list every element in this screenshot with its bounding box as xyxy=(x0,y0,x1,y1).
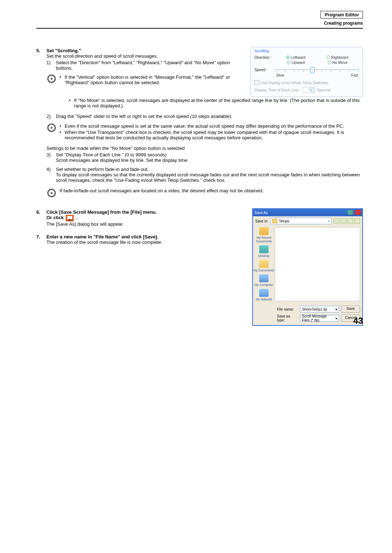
saveastype-label: Save as type: xyxy=(277,314,298,322)
save-button[interactable]: Save xyxy=(341,306,360,313)
step7-body: The creation of the scroll message file … xyxy=(46,239,247,245)
header-box-wrap: Program Editor xyxy=(36,11,363,19)
savein-label: Save in: xyxy=(255,219,268,223)
horizontal-rule xyxy=(36,28,363,29)
radio-nomove[interactable]: No Move xyxy=(328,60,348,65)
close-icon[interactable] xyxy=(355,210,361,215)
step5-sub3-num: 3) xyxy=(46,152,56,163)
page-number: 43 xyxy=(353,316,363,326)
display-time-spinner[interactable]: 5 xyxy=(303,87,315,93)
step5-sub3b: Scroll messages are displayed line by li… xyxy=(56,157,363,163)
display-time-label: Display Time of Each Line : xyxy=(254,88,301,92)
place-computer[interactable]: My Computer xyxy=(253,274,274,287)
help-icon[interactable] xyxy=(347,210,353,215)
step5-sub2-num: 2) xyxy=(46,114,56,119)
step5-sub1-num: 1) xyxy=(46,60,56,71)
step5-sub4a: Set whether to perform fade-in and fade-… xyxy=(56,167,363,172)
direction-label: Direction : xyxy=(254,55,275,60)
radio-upward[interactable]: Upward xyxy=(287,60,305,65)
step5-note2-b2: When the "Use Transparent" check box is … xyxy=(65,130,363,140)
step5-sub2-text: Drag the "Speed" slider to the left or r… xyxy=(56,114,363,119)
chapter-title: Program Editor xyxy=(320,11,363,19)
step5-intro: Set the scroll direction and speed of sc… xyxy=(46,53,245,59)
place-network[interactable]: My Network xyxy=(253,289,274,301)
views-icon[interactable] xyxy=(354,218,360,224)
place-recent[interactable]: My Recent Documents xyxy=(253,227,274,243)
second-label: Second xyxy=(317,88,330,92)
fade-checkbox[interactable]: Use Fading in/out When Telop Switches. xyxy=(254,80,329,85)
file-list[interactable] xyxy=(275,227,360,301)
step5-sub4-num: 4) xyxy=(46,167,56,183)
up-icon[interactable] xyxy=(340,218,346,224)
radio-rightward[interactable]: Rightward xyxy=(327,55,348,60)
note-icon xyxy=(46,74,57,84)
slow-label: Slow xyxy=(276,73,284,77)
saveas-dialog-figure: Save As Save in: Telops ▾ xyxy=(252,208,363,326)
step5-sub4b: To display scroll messages so that the c… xyxy=(56,172,363,183)
newfolder-icon[interactable] xyxy=(347,218,353,224)
step6-orclick: Or click xyxy=(46,215,65,220)
step6-number: 6. xyxy=(36,209,46,227)
section-title: Creating programs xyxy=(36,21,363,26)
place-documents[interactable]: My Documents xyxy=(253,260,274,272)
scrolling-panel-figure: Scrolling Direction : Leftward Rightward… xyxy=(250,47,363,97)
step6-body: The [Save As] dialog box will appear. xyxy=(46,221,247,227)
step5-note1-b1: If the "Vertical" option button is selec… xyxy=(65,74,245,85)
step7-title: Enter a new name in "File Name" and clic… xyxy=(46,234,247,239)
step6-title: Click [Save Scroll Message] from the [Fi… xyxy=(46,209,247,215)
saveas-title: Save As xyxy=(254,211,268,215)
note-icon xyxy=(46,123,57,133)
speed-slider[interactable] xyxy=(275,66,359,73)
step5-note3: If fade-in/fade-out scroll messages are … xyxy=(60,188,363,193)
step5-note2-b1: Even if the scroll message speed is set … xyxy=(65,123,363,129)
svg-point-2 xyxy=(50,78,52,79)
step5-sub1-text: Select the "Direction" from "Leftward," … xyxy=(56,60,245,71)
filename-label: File name: xyxy=(277,307,298,311)
back-icon[interactable] xyxy=(334,218,339,224)
fast-label: Fast xyxy=(351,73,358,77)
savein-combo[interactable]: Telops ▾ xyxy=(270,218,331,224)
step6-period: . xyxy=(76,215,77,220)
step7-number: 7. xyxy=(36,234,46,245)
scrolling-group-label: Scrolling xyxy=(254,49,359,53)
step5-note1-b2: If "No Move" is selected, scroll message… xyxy=(74,98,363,108)
speed-label: Speed : xyxy=(254,67,275,72)
save-icon xyxy=(66,215,74,221)
radio-leftward[interactable]: Leftward xyxy=(286,55,305,60)
place-desktop[interactable]: Desktop xyxy=(253,245,274,258)
nomove-intro: Settings to be made when the "No Move" o… xyxy=(46,146,363,151)
step5-number: 5. xyxy=(36,48,46,85)
step5-sub3a: Set "Display Time of Each Line." (0 to 9… xyxy=(56,152,363,157)
dropdown-icon: ▾ xyxy=(328,220,330,223)
filename-field[interactable]: ShoreTelop1.tlp▾ xyxy=(300,306,339,312)
folder-icon xyxy=(272,219,277,223)
svg-point-8 xyxy=(50,192,52,194)
svg-point-5 xyxy=(50,127,52,128)
note-icon xyxy=(46,188,57,198)
step5-title: Set "Scrolling." xyxy=(46,48,245,53)
saveastype-combo[interactable]: Scroll Message Files (*.tlp)▾ xyxy=(300,315,339,321)
